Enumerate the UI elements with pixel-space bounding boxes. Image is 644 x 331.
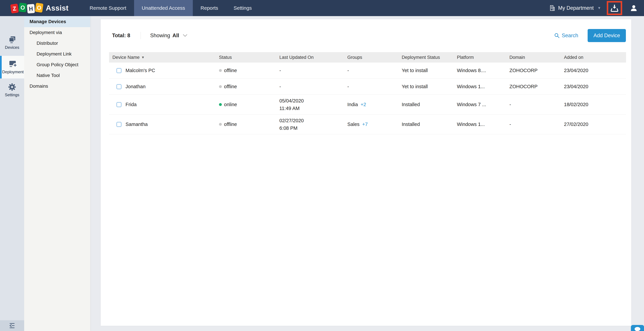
zoho-logo-blocks: Z O H O — [11, 3, 43, 12]
sidebar-item-manage-devices[interactable]: Manage Devices — [24, 16, 90, 27]
gear-icon — [8, 83, 16, 91]
primary-tabs: Remote Support Unattended Access Reports… — [82, 0, 260, 16]
sidebar-item-native-tool[interactable]: Native Tool — [24, 70, 90, 81]
row-checkbox[interactable] — [116, 102, 122, 107]
search-button[interactable]: Search — [554, 32, 578, 38]
deployment-status: Installed — [402, 102, 420, 107]
logo-letter-o2: O — [35, 3, 44, 13]
zoho-assist-app: Z O H O Assist Remote Support Unattended… — [0, 0, 644, 331]
collapse-sidebar-icon — [9, 323, 15, 329]
domain: ZOHOCORP — [510, 68, 538, 73]
download-agent-button[interactable] — [607, 1, 622, 15]
deployment-status: Yet to install — [402, 68, 428, 73]
logo-letter-o1: O — [19, 3, 27, 12]
building-icon — [549, 5, 556, 11]
status-dot-offline — [219, 123, 222, 126]
domain: - — [510, 102, 511, 107]
device-name: Malcolm's PC — [126, 68, 155, 73]
search-icon — [554, 33, 560, 38]
department-dropdown[interactable]: My Department ▼ — [549, 5, 601, 11]
showing-value: All — [172, 32, 179, 38]
group-name: India — [347, 102, 358, 107]
platform: Windows 1... — [457, 84, 485, 89]
group-name: - — [347, 68, 349, 73]
add-device-button[interactable]: Add Device — [588, 29, 626, 42]
sidebar-item-deployment-link[interactable]: Deployment Link — [24, 49, 90, 59]
column-header-added-on: Added on — [563, 52, 626, 62]
rail-item-devices[interactable]: Devices — [0, 33, 24, 53]
updated-date: 05/04/2020 — [280, 97, 304, 105]
updated-time: 6:08 PM — [280, 124, 304, 132]
zoho-assist-logo[interactable]: Z O H O Assist — [0, 0, 75, 16]
chat-launcher[interactable] — [631, 325, 644, 331]
row-checkbox[interactable] — [116, 84, 122, 89]
rail-item-deployment[interactable]: Deployment — [0, 56, 24, 78]
logo-letter-h: H — [27, 4, 35, 13]
status-dot-offline — [219, 69, 222, 72]
column-header-device-name[interactable]: Device Name ▼ — [109, 52, 216, 62]
added-on: 23/04/2020 — [564, 84, 588, 89]
chat-bubble-icon — [634, 326, 641, 331]
chevron-down-icon: ▼ — [597, 6, 601, 10]
updated-time: 11:49 AM — [280, 105, 304, 112]
group-name: Sales — [347, 122, 360, 127]
sidebar-item-domains[interactable]: Domains — [24, 81, 90, 91]
tab-settings[interactable]: Settings — [226, 0, 260, 16]
sidebar-item-distributor[interactable]: Distributor — [24, 38, 90, 49]
column-header-status: Status — [216, 52, 277, 62]
column-header-last-updated: Last Updated On — [277, 52, 346, 62]
devices-table: Device Name ▼ Status Last Updated On Gro… — [109, 52, 626, 134]
user-menu-button[interactable] — [628, 1, 640, 15]
column-header-groups: Groups — [346, 52, 401, 62]
tab-unattended-access[interactable]: Unattended Access — [134, 0, 193, 16]
devices-icon — [8, 36, 16, 43]
module-rail: Devices Deployment — [0, 16, 24, 331]
showing-label: Showing — [150, 32, 170, 38]
added-on: 27/02/2020 — [564, 122, 588, 127]
tab-reports[interactable]: Reports — [193, 0, 226, 16]
tab-remote-support[interactable]: Remote Support — [82, 0, 134, 16]
navbar-right: My Department ▼ — [549, 0, 644, 16]
row-checkbox[interactable] — [116, 122, 122, 127]
table-row[interactable]: Samantha offline 02/27/20206:08 PM Sales… — [109, 114, 626, 134]
deployment-status: Yet to install — [402, 84, 428, 89]
status-dot-offline — [219, 85, 222, 88]
column-header-platform: Platform — [456, 52, 508, 62]
table-row[interactable]: Jonathan offline - - Yet to install Wind… — [109, 79, 626, 95]
status-dot-online — [219, 103, 222, 106]
rail-label: Devices — [5, 45, 19, 50]
search-label: Search — [562, 32, 578, 38]
status-text: offline — [224, 84, 237, 89]
rail-item-settings[interactable]: Settings — [0, 81, 24, 99]
column-header-deployment-status: Deployment Status — [401, 52, 456, 62]
platform: Windows 8.... — [457, 68, 486, 73]
row-checkbox[interactable] — [116, 68, 122, 73]
sidebar-item-group-policy-object[interactable]: Group Policy Object — [24, 59, 90, 70]
group-more-badge[interactable]: +2 — [360, 102, 366, 107]
group-more-badge[interactable]: +7 — [362, 122, 368, 127]
deployment-sidebar: Manage Devices Deployment via Distributo… — [24, 16, 90, 331]
table-row[interactable]: Frida online 05/04/202011:49 AM India+2 … — [109, 95, 626, 114]
toolbar-divider — [140, 32, 141, 39]
logo-letter-z: Z — [10, 3, 19, 13]
table-row[interactable]: Malcolm's PC offline - - Yet to install … — [109, 62, 626, 79]
toolbar-actions: Search Add Device — [554, 29, 626, 42]
sort-desc-icon: ▼ — [141, 55, 145, 59]
domain: - — [510, 122, 511, 127]
platform: Windows 7 ... — [457, 102, 486, 107]
rail-label: Settings — [5, 93, 20, 97]
department-label: My Department — [558, 5, 594, 11]
device-name: Frida — [126, 102, 136, 107]
user-icon — [630, 4, 638, 12]
table-header-row: Device Name ▼ Status Last Updated On Gro… — [109, 52, 626, 62]
platform: Windows 1... — [457, 122, 485, 127]
column-header-domain: Domain — [508, 52, 563, 62]
domain: ZOHOCORP — [510, 84, 538, 89]
product-name: Assist — [46, 4, 68, 12]
status-text: online — [224, 102, 237, 107]
sidebar-item-deployment-via[interactable]: Deployment via — [24, 27, 90, 38]
collapse-sidebar-button[interactable] — [0, 320, 24, 331]
showing-filter-dropdown[interactable]: Showing All — [150, 32, 188, 38]
deployment-status: Installed — [402, 122, 420, 127]
rail-label: Deployment — [2, 70, 24, 74]
